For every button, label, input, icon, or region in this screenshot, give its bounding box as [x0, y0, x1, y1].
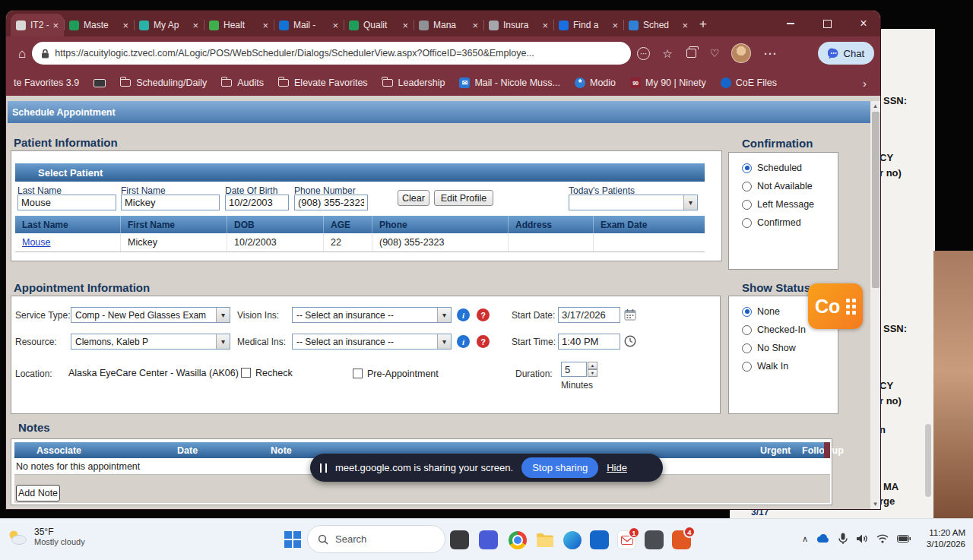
step-up-icon[interactable]: ▴ [588, 362, 597, 369]
speaker-icon[interactable] [856, 533, 868, 544]
profile-avatar[interactable] [731, 43, 751, 63]
medical-ins-dropdown[interactable]: -- Select an insurance -- [292, 334, 452, 350]
chrome-icon[interactable] [508, 530, 527, 549]
radio-confirmed[interactable]: Confirmed [742, 217, 801, 228]
bookmark-audits[interactable]: Audits [221, 78, 264, 88]
tab-close-icon[interactable]: × [262, 21, 268, 30]
scroll-up-icon[interactable]: ▴ [870, 101, 880, 111]
medical-ins-info-icon[interactable]: i [457, 335, 470, 348]
mail-app-icon[interactable]: 1 [617, 530, 636, 549]
hide-banner-button[interactable]: Hide [607, 462, 627, 473]
radio-left-message[interactable]: Left Message [742, 199, 814, 210]
window-maximize-button[interactable] [815, 14, 839, 33]
start-date-input[interactable] [558, 307, 620, 323]
bookmark-scheduling-daily[interactable]: Scheduling/Daily [120, 78, 207, 88]
tab-close-icon[interactable]: × [402, 21, 408, 30]
app-gray-icon[interactable] [645, 530, 664, 549]
app-window-icon[interactable] [450, 530, 469, 549]
browser-essentials-icon[interactable]: ♡ [710, 48, 720, 59]
window-close-button[interactable]: × [851, 14, 876, 33]
recheck-checkbox[interactable] [241, 368, 251, 378]
start-button[interactable] [284, 531, 301, 548]
patient-table-row[interactable]: Mouse Mickey 10/2/2003 22 (908) 355-2323 [15, 233, 705, 252]
radio-checked-in[interactable]: Checked-In [742, 324, 806, 335]
pre-appointment-checkbox[interactable] [353, 369, 363, 378]
browser-tab[interactable]: Mana × [414, 14, 483, 36]
microphone-icon[interactable] [838, 533, 848, 545]
url-field[interactable]: https://acuitylogic.tzvecl.com/ALogic/PO… [32, 42, 631, 65]
first-name-input[interactable] [121, 195, 220, 210]
vision-ins-help-icon[interactable]: ? [477, 308, 490, 321]
tab-close-icon[interactable]: × [472, 21, 478, 30]
bookmark-favorites[interactable]: te Favorites 3.9 [14, 78, 79, 88]
chat-button[interactable]: Chat [818, 42, 874, 65]
edit-profile-button[interactable]: Edit Profile [434, 190, 493, 206]
bookmark-ninety[interactable]: 90My 90 | Ninety [630, 78, 706, 88]
tray-chevron-icon[interactable]: ∧ [802, 534, 808, 544]
tab-close-icon[interactable]: × [52, 21, 59, 30]
bookmarks-overflow-chevron-icon[interactable]: › [863, 78, 867, 89]
app-blue-icon[interactable] [479, 530, 498, 549]
weather-widget[interactable]: 35°F Mostly cloudy [6, 527, 85, 547]
favorites-star-icon[interactable]: ☆ [662, 48, 672, 59]
todays-patients-dropdown[interactable] [569, 195, 698, 210]
browser-tab[interactable]: Mail - × [274, 14, 344, 36]
bookmark-mail[interactable]: ✉Mail - Nicole Muss... [459, 78, 560, 88]
step-down-icon[interactable]: ▾ [588, 369, 597, 377]
device-icon[interactable] [93, 79, 106, 87]
scroll-down-icon[interactable]: ▾ [870, 499, 880, 509]
browser-tab-active[interactable]: IT2 - P × [11, 14, 64, 36]
browser-tab[interactable]: Find a × [553, 14, 623, 36]
page-scrollbar[interactable]: ▴ ▾ [870, 101, 880, 509]
clear-button[interactable]: Clear [398, 190, 429, 206]
tab-close-icon[interactable]: × [192, 21, 198, 30]
service-type-dropdown[interactable]: Comp - New Ped Glasses Exam [71, 307, 230, 323]
taskbar-search[interactable]: Search [307, 525, 445, 553]
calendar-icon[interactable] [624, 308, 636, 321]
app-teams-icon[interactable] [590, 530, 609, 549]
tab-close-icon[interactable]: × [122, 21, 128, 30]
browser-tab[interactable]: Qualit × [344, 14, 414, 36]
radio-no-show[interactable]: No Show [742, 343, 796, 353]
background-scrollbar[interactable] [925, 424, 931, 497]
radio-none[interactable]: None [742, 306, 780, 317]
collections-icon[interactable] [686, 49, 696, 58]
home-icon[interactable]: ⌂ [18, 47, 26, 60]
dob-input[interactable] [225, 195, 289, 210]
stop-sharing-button[interactable]: Stop sharing [521, 457, 598, 478]
radio-not-available[interactable]: Not Available [742, 181, 813, 191]
pause-icon[interactable] [320, 464, 327, 473]
circled-more-icon[interactable]: ⋯ [637, 47, 650, 60]
app-orange-icon[interactable]: 4 [672, 530, 691, 549]
new-tab-button[interactable]: + [693, 14, 713, 35]
duration-input[interactable] [561, 362, 587, 377]
vision-ins-info-icon[interactable]: i [457, 308, 470, 321]
tab-close-icon[interactable]: × [332, 21, 338, 30]
browser-menu-icon[interactable]: ⋯ [763, 47, 776, 60]
medical-ins-help-icon[interactable]: ? [477, 335, 490, 348]
tab-close-icon[interactable]: × [542, 21, 548, 30]
add-note-button[interactable]: Add Note [16, 485, 60, 501]
taskbar-clock[interactable]: 11:20 AM 3/10/2026 [927, 527, 965, 550]
file-explorer-icon[interactable] [535, 530, 554, 549]
phone-input[interactable] [294, 195, 368, 210]
battery-icon[interactable] [897, 535, 911, 543]
scrollbar-thumb[interactable] [872, 112, 880, 288]
window-minimize-button[interactable] [778, 14, 803, 33]
browser-tab[interactable]: My Ap × [134, 14, 204, 36]
radio-walk-in[interactable]: Walk In [742, 361, 788, 372]
bookmark-leadership[interactable]: Leadership [382, 78, 445, 88]
resource-dropdown[interactable]: Clemons, Kaleb P [71, 334, 230, 350]
bookmark-elevate-favorites[interactable]: Elevate Favorites [278, 78, 368, 88]
browser-tab[interactable]: Insura × [483, 14, 553, 36]
bookmark-modio[interactable]: *Modio [575, 78, 616, 88]
browser-tab[interactable]: Sched × [623, 14, 693, 36]
tab-close-icon[interactable]: × [682, 21, 688, 30]
last-name-input[interactable] [17, 195, 116, 210]
wifi-icon[interactable] [876, 534, 889, 543]
tab-close-icon[interactable]: × [612, 21, 618, 30]
vision-ins-dropdown[interactable]: -- Select an insurance -- [292, 307, 452, 323]
onedrive-cloud-icon[interactable] [816, 534, 830, 543]
start-time-input[interactable] [558, 334, 620, 350]
clock-icon[interactable] [624, 335, 636, 347]
